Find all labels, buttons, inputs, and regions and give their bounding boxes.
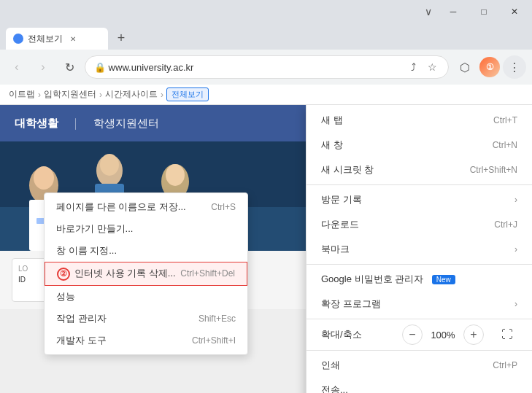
dd-new-tab-shortcut: Ctrl+T	[493, 115, 517, 125]
ctx-shortcut-label: 바로가기 만들기...	[56, 222, 133, 236]
tab-favicon	[13, 34, 23, 44]
minimize-button[interactable]: ─	[439, 1, 468, 22]
title-bar-controls: ∨ ─ □ ✕	[420, 1, 529, 22]
breadcrumb-item-2[interactable]: 입학지원센터	[44, 88, 96, 101]
dd-history-label: 방문 기록	[321, 193, 362, 206]
dd-cast-label: 전송...	[321, 384, 348, 393]
dd-print[interactable]: 인쇄 Ctrl+P	[307, 353, 532, 378]
dd-extensions-chevron: ›	[514, 299, 517, 309]
zoom-row: 확대/축소 − 100% + ⛶	[307, 322, 532, 348]
dd-new-tab-label: 새 탭	[321, 114, 343, 127]
back-button[interactable]: ‹	[6, 56, 28, 78]
chrome-dropdown-menu: 새 탭 Ctrl+T 새 창 Ctrl+N 새 시크릿 창 Ctrl+Shift…	[306, 105, 532, 393]
share-icon[interactable]: ⤴	[406, 60, 420, 74]
page-header-separator: │	[73, 118, 79, 129]
ctx-window-name[interactable]: 창 이름 지정...	[45, 240, 247, 262]
forward-button[interactable]: ›	[32, 56, 54, 78]
ctx-clear-history-shortcut: Ctrl+Shift+Del	[180, 268, 235, 279]
new-badge: New	[432, 275, 455, 284]
dd-divider-1	[307, 184, 532, 185]
ctx-window-name-label: 창 이름 지정...	[56, 244, 117, 257]
svg-point-7	[100, 154, 119, 176]
dd-new-incognito-shortcut: Ctrl+Shift+N	[470, 165, 517, 175]
ctx-shortcut-create[interactable]: 바로가기 만들기...	[45, 218, 247, 240]
ctx-save-page-shortcut: Ctrl+S	[211, 202, 236, 212]
dd-downloads[interactable]: 다운로드 Ctrl+J	[307, 212, 532, 237]
dd-new-window[interactable]: 새 창 Ctrl+N	[307, 133, 532, 157]
chrome-menu-button[interactable]: ⋮	[503, 55, 526, 79]
dd-extensions[interactable]: 확장 프로그램 ›	[307, 292, 532, 316]
ctx-badge-circle: ②	[57, 268, 70, 281]
ctx-clear-history-label: ②인터넷 사용 기록 삭제...	[57, 267, 176, 281]
profile-avatar: ①	[479, 57, 500, 77]
dd-cast[interactable]: 전송...	[307, 378, 532, 393]
ctx-task-manager-shortcut: Shift+Esc	[198, 314, 236, 324]
zoom-minus-button[interactable]: −	[402, 324, 423, 345]
breadcrumb-sep-3: ›	[161, 90, 163, 100]
dd-password-manager[interactable]: Google 비밀번호 관리자 New	[307, 267, 532, 292]
close-button[interactable]: ✕	[500, 1, 529, 22]
dd-divider-3	[307, 319, 532, 319]
svg-point-4	[34, 166, 54, 190]
dd-new-tab[interactable]: 새 탭 Ctrl+T	[307, 108, 532, 133]
page-content: 대학생활 │ 학생지원센터 나의 강의실	[0, 105, 532, 393]
dd-new-window-label: 새 창	[321, 139, 343, 152]
dd-history-chevron: ›	[514, 195, 517, 205]
dd-bookmarks-label: 북마크	[321, 243, 350, 256]
ctx-task-manager-label: 작업 관리자	[56, 312, 107, 325]
ctx-save-page-label: 페이지를 다른 이름으로 저장...	[56, 201, 186, 214]
page-header-title: 대학생활	[15, 117, 58, 131]
bookmark-icon[interactable]: ☆	[425, 60, 439, 74]
dd-downloads-shortcut: Ctrl+J	[494, 219, 517, 230]
browser-window: ∨ ─ □ ✕ 전체보기 ✕ + ‹ › ↻ 🔒 www.university.…	[0, 0, 532, 393]
title-bar: ∨ ─ □ ✕	[0, 0, 532, 23]
breadcrumb-active[interactable]: 전체보기	[166, 87, 209, 101]
extensions-button[interactable]: ⬡	[453, 55, 477, 79]
dd-new-incognito[interactable]: 새 시크릿 창 Ctrl+Shift+N	[307, 157, 532, 182]
profile-button[interactable]: ①	[478, 55, 501, 79]
address-bar-input[interactable]: 🔒 www.university.ac.kr ⤴ ☆	[85, 55, 449, 79]
page-header-subtitle: 학생지원센터	[93, 117, 159, 131]
active-tab[interactable]: 전체보기 ✕	[6, 28, 108, 50]
svg-point-10	[166, 164, 185, 186]
dd-bookmarks-chevron: ›	[514, 244, 517, 254]
breadcrumb-sep-2: ›	[99, 90, 102, 100]
context-menu-left: 페이지를 다른 이름으로 저장... Ctrl+S 바로가기 만들기... 창 …	[44, 192, 248, 355]
chevron-down-icon[interactable]: ∨	[420, 3, 437, 20]
dd-print-shortcut: Ctrl+P	[493, 360, 517, 370]
toolbar-icons: ⬡ ① ⋮	[453, 55, 526, 79]
ctx-task-manager[interactable]: 작업 관리자 Shift+Esc	[45, 308, 247, 330]
maximize-button[interactable]: □	[469, 1, 498, 22]
address-bar: ‹ › ↻ 🔒 www.university.ac.kr ⤴ ☆ ⬡ ① ⋮	[0, 50, 532, 85]
dd-print-label: 인쇄	[321, 359, 340, 372]
dd-divider-2	[307, 264, 532, 265]
reload-button[interactable]: ↻	[58, 56, 80, 78]
breadcrumb-item-3[interactable]: 시간제사이트	[105, 88, 158, 101]
tab-close-button[interactable]: ✕	[67, 33, 79, 44]
ctx-performance-label: 성능	[56, 290, 75, 303]
zoom-plus-button[interactable]: +	[463, 324, 484, 345]
zoom-label: 확대/축소	[321, 328, 396, 341]
profile-badge: ①	[486, 62, 494, 72]
ctx-clear-history[interactable]: ②인터넷 사용 기록 삭제... Ctrl+Shift+Del	[45, 262, 247, 286]
ctx-devtools-shortcut: Ctrl+Shift+I	[192, 335, 236, 346]
breadcrumb-sep-1: ›	[38, 90, 41, 100]
dd-history[interactable]: 방문 기록 ›	[307, 187, 532, 212]
dd-password-manager-label: Google 비밀번호 관리자 New	[321, 273, 455, 286]
dd-new-incognito-label: 새 시크릿 창	[321, 163, 374, 176]
dd-downloads-label: 다운로드	[321, 218, 359, 231]
ctx-devtools-label: 개발자 도구	[56, 334, 107, 347]
tab-bar: 전체보기 ✕ +	[0, 23, 532, 50]
dd-divider-4	[307, 350, 532, 351]
tab-title: 전체보기	[28, 33, 63, 45]
breadcrumb-item-1[interactable]: 이트랩	[9, 88, 35, 101]
zoom-controls: − 100% +	[402, 324, 484, 345]
new-tab-button[interactable]: +	[111, 28, 131, 48]
ctx-save-page[interactable]: 페이지를 다른 이름으로 저장... Ctrl+S	[45, 196, 247, 218]
zoom-percentage: 100%	[428, 330, 458, 341]
ctx-devtools[interactable]: 개발자 도구 Ctrl+Shift+I	[45, 330, 247, 351]
dd-extensions-label: 확장 프로그램	[321, 297, 381, 311]
dd-bookmarks[interactable]: 북마크 ›	[307, 237, 532, 262]
fullscreen-button[interactable]: ⛶	[497, 324, 517, 345]
ctx-performance[interactable]: 성능	[45, 286, 247, 308]
